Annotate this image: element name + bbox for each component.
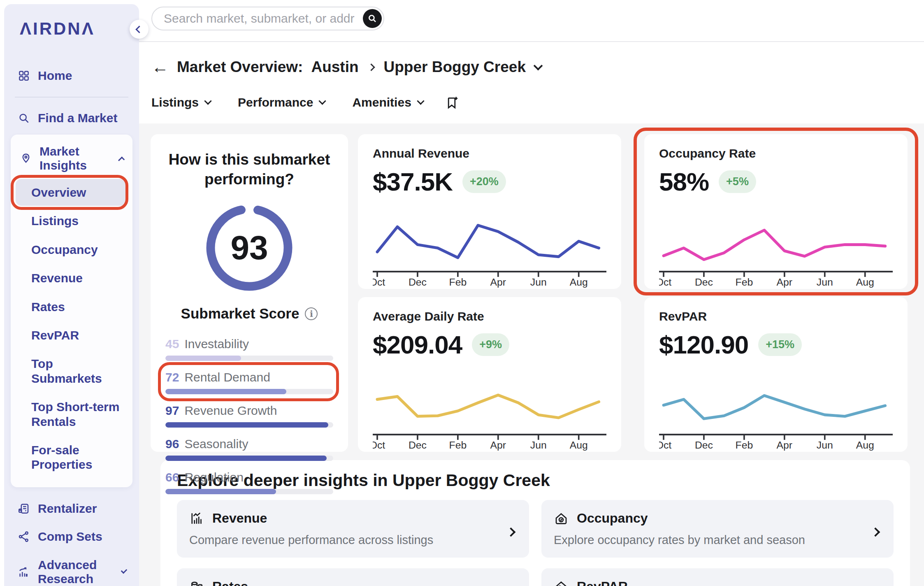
sidebar-item-label: Home (38, 69, 72, 83)
sidebar-item-home[interactable]: Home (11, 62, 132, 90)
metric-bar-track (165, 356, 333, 361)
score-label: Submarket Score (181, 305, 299, 322)
sidebar-item-label: Comp Sets (38, 530, 102, 544)
submarket-score-card: How is this submarket performing? 93 Sub… (151, 134, 348, 452)
svg-text:Apr: Apr (777, 440, 792, 451)
filter-listings-dropdown[interactable]: Listings (151, 95, 211, 109)
svg-text:Apr: Apr (490, 277, 506, 288)
svg-text:Dec: Dec (409, 440, 427, 451)
trend-chart-icon (17, 566, 30, 578)
filter-label: Amenities (352, 95, 411, 109)
metric-bar-fill (165, 389, 286, 394)
score-metric-revenue-growth: 97Revenue Growth (165, 399, 334, 433)
kpi-value: $209.04 (373, 330, 462, 359)
explore-card-occupancy[interactable]: Occupancy Explore occupancy rates by mar… (541, 500, 894, 558)
sidebar-subitem-revpar[interactable]: RevPAR (16, 322, 128, 349)
occupancy-rate-chart: OctDecFebAprJunAug (659, 201, 893, 288)
bar-chart-icon (189, 511, 204, 526)
chevron-down-icon (121, 567, 127, 574)
metric-bar-fill (165, 489, 276, 494)
occupancy-rate-card: Occupancy Rate 58% +5% OctDecFebAprJunAu… (644, 134, 908, 289)
info-icon[interactable]: i (305, 307, 318, 320)
explore-card-title: Occupancy (577, 511, 648, 526)
metric-bar-track (165, 456, 333, 461)
sidebar-subitem-top-short-term-rentals[interactable]: Top Short-term Rentals (16, 393, 128, 435)
explore-card-revpar[interactable]: RevPAR Understand revenue per available … (541, 568, 894, 586)
metric-value: 96 (165, 437, 179, 451)
sidebar-subitem-label: Top Submarkets (16, 350, 128, 392)
sidebar-subitem-top-submarkets[interactable]: Top Submarkets (16, 350, 128, 392)
svg-text:Aug: Aug (570, 440, 588, 451)
divider (15, 97, 128, 98)
sidebar-subitem-occupancy[interactable]: Occupancy (16, 236, 128, 263)
sidebar-item-label: Market Insights (39, 144, 104, 172)
house-percent-icon (554, 579, 569, 586)
save-bookmark-button[interactable] (445, 95, 459, 109)
average-daily-rate-card: Average Daily Rate $209.04 +9% OctDecFeb… (358, 297, 621, 452)
breadcrumb-section[interactable]: Market Overview: (177, 58, 303, 76)
sidebar-item-rentalizer[interactable]: Rentalizer (11, 495, 132, 523)
metric-label: Investability (184, 337, 249, 351)
sidebar-subitem-rates[interactable]: Rates (16, 293, 128, 320)
breadcrumb-market[interactable]: Austin (311, 58, 358, 76)
score-value: 93 (202, 200, 297, 295)
chevron-down-icon (319, 97, 326, 105)
svg-text:Feb: Feb (736, 277, 753, 288)
house-check-icon (554, 511, 569, 526)
sidebar-item-label: Advanced Research (38, 558, 107, 586)
back-arrow-icon[interactable]: ← (151, 58, 169, 76)
explore-card-rates[interactable]: Rates Analyze rates by bedroom count or … (177, 568, 529, 586)
chevron-down-icon[interactable] (534, 61, 543, 70)
explore-card-title: Revenue (212, 511, 267, 526)
explore-card-description: Explore occupancy rates by market and se… (554, 533, 881, 547)
metric-label: Revenue Growth (184, 404, 277, 418)
change-badge: +5% (719, 170, 756, 193)
svg-text:Aug: Aug (856, 440, 874, 451)
metric-value: 72 (165, 370, 179, 384)
svg-text:Dec: Dec (695, 440, 713, 451)
svg-text:Jun: Jun (530, 440, 547, 451)
sidebar-subitem-label: Rates (16, 293, 128, 320)
sidebar-item-find-a-market[interactable]: Find a Market (11, 104, 132, 133)
svg-text:Apr: Apr (490, 440, 506, 451)
sidebar-item-market-insights[interactable]: Market Insights (16, 140, 128, 177)
breadcrumb: ← Market Overview: Austin Upper Boggy Cr… (151, 58, 912, 76)
sidebar-item-comp-sets[interactable]: Comp Sets (11, 523, 132, 551)
metric-value: 45 (165, 337, 179, 351)
divider (139, 41, 924, 42)
search-input[interactable] (151, 7, 384, 30)
search-button[interactable] (363, 9, 382, 28)
search-icon (367, 13, 378, 24)
sidebar-subitem-overview[interactable]: Overview (16, 179, 128, 206)
score-metric-investability: 45Investability (165, 333, 334, 366)
svg-text:Dec: Dec (695, 277, 713, 288)
market-insights-panel: Market Insights OverviewListingsOccupanc… (11, 135, 132, 487)
content: How is this submarket performing? 93 Sub… (139, 123, 924, 586)
breadcrumb-submarket[interactable]: Upper Boggy Creek (384, 58, 526, 76)
change-badge: +20% (462, 170, 506, 193)
change-badge: +9% (472, 333, 509, 356)
svg-text:Apr: Apr (777, 277, 792, 288)
sidebar-nav: Home Find a Market Market Insights (4, 62, 139, 586)
sidebar-collapse-button[interactable] (130, 20, 149, 39)
chevron-left-icon (135, 26, 143, 33)
filter-performance-dropdown[interactable]: Performance (238, 95, 325, 109)
search-bar (151, 7, 384, 30)
sidebar-subitem-for-sale-properties[interactable]: For-sale Properties (16, 437, 128, 478)
metric-bar-fill (165, 356, 241, 361)
sidebar-subitem-label: Top Short-term Rentals (16, 393, 128, 435)
sidebar-subitem-listings[interactable]: Listings (16, 207, 128, 234)
sidebar-item-label: Find a Market (38, 111, 117, 126)
header: ← Market Overview: Austin Upper Boggy Cr… (139, 0, 924, 123)
filter-amenities-dropdown[interactable]: Amenities (352, 95, 423, 109)
metric-bar-track (165, 489, 333, 494)
sidebar-subitem-revenue[interactable]: Revenue (16, 265, 128, 291)
svg-text:Jun: Jun (530, 277, 547, 288)
annual-revenue-chart: OctDecFebAprJunAug (373, 201, 606, 288)
metric-label: Seasonality (184, 437, 248, 451)
svg-text:Feb: Feb (449, 440, 467, 451)
explore-card-revenue[interactable]: Revenue Compare revenue performance acro… (177, 500, 529, 558)
metric-bar-track (165, 422, 333, 428)
sidebar-item-advanced-research[interactable]: Advanced Research (11, 551, 132, 586)
kpi-title: Occupancy Rate (659, 146, 893, 160)
